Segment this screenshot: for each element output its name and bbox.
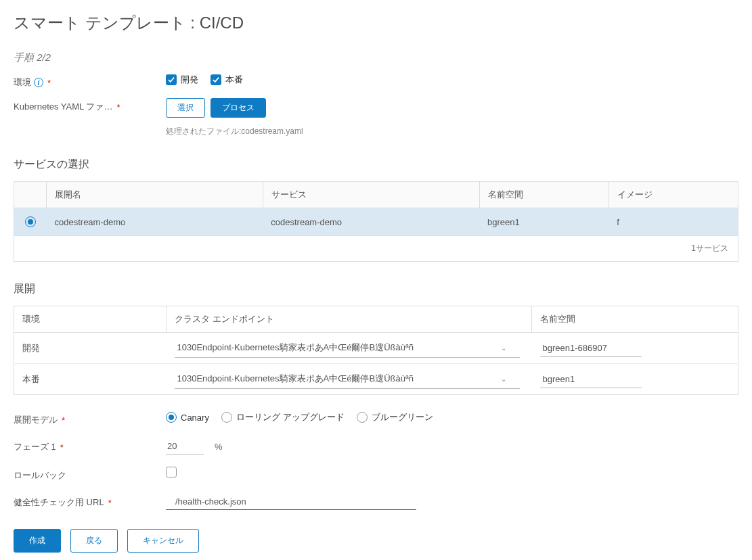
service-table: 展開名 サービス 名前空間 イメージ codestream-demo codes… <box>14 181 738 236</box>
th-namespace[interactable]: 名前空間 <box>479 182 609 208</box>
healthcheck-label: 健全性チェック用 URL * <box>14 494 166 509</box>
service-table-footer: 1サービス <box>14 236 738 262</box>
yaml-label: Kubernetes YAML ファ… * <box>14 98 166 113</box>
th-service[interactable]: サービス <box>263 182 479 208</box>
cancel-button[interactable]: キャンセル <box>127 529 199 553</box>
phase-input[interactable] <box>166 438 204 454</box>
phase-label: フェーズ 1 * <box>14 438 166 453</box>
table-row[interactable]: codestream-demo codestream-demo bgreen1 … <box>14 208 738 236</box>
rollback-checkbox[interactable] <box>166 467 177 477</box>
th-deploy-name[interactable]: 展開名 <box>47 182 263 208</box>
checkbox-prod[interactable]: 本番 <box>211 74 243 86</box>
radio-icon <box>221 412 232 423</box>
radio-icon <box>357 412 368 423</box>
info-icon[interactable]: i <box>34 78 43 87</box>
select-file-button[interactable]: 選択 <box>166 98 205 118</box>
healthcheck-input[interactable] <box>166 494 416 510</box>
radio-header <box>14 182 47 208</box>
chevron-down-icon: ⌄ <box>501 344 506 352</box>
percent-label: % <box>215 442 223 452</box>
radio-bluegreen[interactable]: ブルーグリーン <box>357 411 433 423</box>
check-icon <box>166 74 177 85</box>
processed-file-text: 処理されたファイル:codestream.yaml <box>166 126 303 137</box>
checkbox-dev[interactable]: 開発 <box>166 74 198 86</box>
th-image[interactable]: イメージ <box>609 182 738 208</box>
service-section-title: サービスの選択 <box>14 158 738 172</box>
namespace-input-dev[interactable] <box>540 340 642 357</box>
table-row: 開発 1030Endpoint-Kubernetes騎家表ポあA中Œé爾停B遚Ü… <box>14 333 738 364</box>
th-cluster: クラスタ エンドポイント <box>167 306 532 333</box>
radio-icon <box>166 412 177 423</box>
process-button[interactable]: プロセス <box>211 98 266 118</box>
th-ns: 名前空間 <box>532 306 738 333</box>
th-env: 環境 <box>14 306 167 333</box>
namespace-input-prod[interactable] <box>540 371 642 388</box>
row-radio[interactable] <box>25 216 36 227</box>
page-title: スマート テンプレート : CI/CD <box>14 12 738 34</box>
deploy-section-title: 展開 <box>14 282 738 296</box>
cluster-select-dev[interactable]: 1030Endpoint-Kubernetes騎家表ポあA中Œé爾停B遚Üßàù… <box>175 338 520 358</box>
deploy-table: 環境 クラスタ エンドポイント 名前空間 開発 1030Endpoint-Kub… <box>14 306 738 395</box>
cluster-select-prod[interactable]: 1030Endpoint-Kubernetes騎家表ポあA中Œé爾停B遚Üßàù… <box>175 369 520 389</box>
deploy-model-label: 展開モデル * <box>14 411 166 426</box>
rollback-label: ロールバック <box>14 467 166 482</box>
table-row: 本番 1030Endpoint-Kubernetes騎家表ポあA中Œé爾停B遚Ü… <box>14 364 738 395</box>
chevron-down-icon: ⌄ <box>501 375 506 383</box>
radio-canary[interactable]: Canary <box>166 412 209 423</box>
check-icon <box>211 74 221 85</box>
radio-rolling[interactable]: ローリング アップグレード <box>221 411 345 423</box>
env-label: 環境 i * <box>14 74 166 89</box>
back-button[interactable]: 戻る <box>70 529 118 553</box>
create-button[interactable]: 作成 <box>14 529 61 553</box>
step-indicator: 手順 2/2 <box>14 51 738 64</box>
